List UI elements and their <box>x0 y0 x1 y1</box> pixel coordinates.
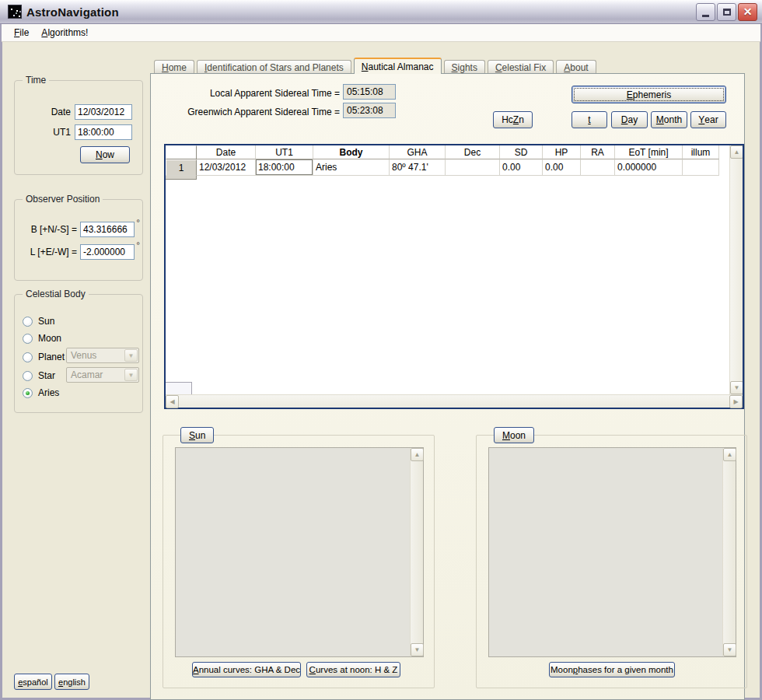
grid-col-dec: Dec <box>446 145 500 159</box>
table-row: 1 12/03/2012 18:00:00 Aries 80º 47.1' 0.… <box>166 159 729 176</box>
nautical-almanac-page: Local Apparent Sidereal Time = 05:15:08 … <box>150 73 745 700</box>
maximize-icon <box>723 9 731 16</box>
ephemeris-button[interactable]: Ephemeris <box>572 86 726 103</box>
radio-sun[interactable]: Sun <box>23 315 54 327</box>
latitude-label: B [+N/-S] = <box>15 224 77 235</box>
date-label: Date <box>15 107 71 117</box>
scroll-right-icon: ▶ <box>733 399 738 405</box>
month-button[interactable]: Month <box>651 111 687 128</box>
ephemeris-grid: Date UT1 Body GHA Dec SD HP RA EoT [min]… <box>164 144 744 409</box>
date-input[interactable] <box>75 104 132 120</box>
celestial-body-caption: Celestial Body <box>23 289 89 299</box>
grid-empty-area <box>166 180 729 394</box>
tab-celestial-fix[interactable]: Celestial Fix <box>488 60 554 74</box>
radio-star[interactable]: Star <box>23 369 55 382</box>
scroll-up-button[interactable]: ▲ <box>411 448 424 461</box>
radio-moon[interactable]: Moon <box>23 332 61 345</box>
cell-dec[interactable] <box>446 159 500 176</box>
scroll-up-button[interactable]: ▲ <box>723 448 736 461</box>
radio-planet[interactable]: Planet <box>23 351 65 363</box>
latitude-input[interactable] <box>80 222 135 237</box>
cell-gha[interactable]: 80º 47.1' <box>390 159 446 176</box>
scroll-down-icon: ▼ <box>734 385 740 391</box>
gast-field: 05:23:08 <box>343 103 396 118</box>
scroll-down-button[interactable]: ▼ <box>723 643 736 656</box>
grid-vertical-scrollbar[interactable]: ▲ ▼ <box>729 145 743 394</box>
radio-aries-circle <box>23 388 33 398</box>
t-button[interactable]: t <box>572 111 607 128</box>
grid-col-gha: GHA <box>390 145 446 159</box>
planet-select-value: Venus <box>71 350 96 361</box>
hc-zn-button[interactable]: Hc Zn <box>493 111 533 128</box>
scroll-track[interactable] <box>179 395 729 408</box>
ut1-label: UT1 <box>15 127 71 138</box>
time-caption: Time <box>23 75 49 86</box>
grid-horizontal-scrollbar[interactable]: ◀ ▶ <box>166 394 743 408</box>
minimize-icon <box>702 15 709 17</box>
close-icon: ✕ <box>743 6 753 17</box>
scroll-right-button[interactable]: ▶ <box>729 395 743 408</box>
tabstrip: Home Identification of Stars and Planets… <box>154 58 596 74</box>
lst-field: 05:15:08 <box>343 84 396 100</box>
tab-identification[interactable]: Identification of Stars and Planets <box>197 60 351 74</box>
scroll-down-button[interactable]: ▼ <box>411 643 424 656</box>
celestial-body-groupbox: Celestial Body Sun Moon Planet Venus ▼ S… <box>14 294 143 413</box>
sun-memo-scrollbar[interactable]: ▲ ▼ <box>410 448 423 656</box>
moon-memo-scrollbar[interactable]: ▲ ▼ <box>722 448 736 656</box>
ut1-input[interactable] <box>75 124 132 140</box>
chevron-down-icon: ▼ <box>124 349 138 362</box>
tab-nautical-almanac[interactable]: Nautical Almanac <box>354 58 442 74</box>
tab-about[interactable]: About <box>556 60 596 74</box>
scroll-left-button[interactable]: ◀ <box>166 395 179 408</box>
annual-curves-button[interactable]: Annual curves: GHA & Dec <box>192 662 301 677</box>
scroll-down-icon: ▼ <box>727 647 733 653</box>
menu-file[interactable]: File <box>8 25 35 40</box>
cell-ra[interactable] <box>581 159 615 176</box>
english-button[interactable]: english <box>54 674 89 690</box>
cell-hp[interactable]: 0.00 <box>543 159 581 176</box>
longitude-label: L [+E/-W] = <box>15 247 77 257</box>
now-button[interactable]: Now <box>80 146 130 163</box>
scroll-up-button[interactable]: ▲ <box>730 145 743 159</box>
menubar: File Algorithms! <box>2 24 760 42</box>
grid-col-ra: RA <box>581 145 615 159</box>
longitude-input[interactable] <box>80 244 135 260</box>
scroll-down-button[interactable]: ▼ <box>730 381 743 394</box>
moon-phases-button[interactable]: Moon phases for a given month <box>549 662 675 677</box>
day-button[interactable]: Day <box>611 111 648 128</box>
cell-eot[interactable]: 0.000000 <box>615 159 683 176</box>
grid-bottom-left-cell <box>166 382 192 394</box>
sun-memo[interactable]: ▲ ▼ <box>175 447 424 657</box>
planet-select[interactable]: Venus ▼ <box>66 348 139 363</box>
tab-sights[interactable]: Sights <box>444 60 485 74</box>
noon-curves-button[interactable]: Curves at noon: H & Z <box>306 662 400 677</box>
scroll-up-icon: ▲ <box>414 452 421 458</box>
cell-sd[interactable]: 0.00 <box>500 159 543 176</box>
minimize-button[interactable] <box>696 3 715 21</box>
radio-aries[interactable]: Aries <box>23 387 59 399</box>
grid-header-row: Date UT1 Body GHA Dec SD HP RA EoT [min]… <box>166 145 729 159</box>
menu-algorithms[interactable]: Algorithms! <box>35 25 94 40</box>
radio-planet-label: Planet <box>38 352 65 362</box>
spanish-button[interactable]: español <box>14 674 52 690</box>
close-button[interactable]: ✕ <box>738 3 757 21</box>
titlebar[interactable]: AstroNavigation ✕ <box>0 0 762 24</box>
radio-sun-label: Sun <box>38 316 54 327</box>
moon-memo[interactable]: ▲ ▼ <box>488 447 736 657</box>
cell-date[interactable]: 12/03/2012 <box>197 159 256 176</box>
maximize-button[interactable] <box>717 3 736 21</box>
app-window: AstroNavigation ✕ File Algorithms! Time … <box>0 0 762 700</box>
star-select[interactable]: Acamar ▼ <box>66 367 139 383</box>
moon-button[interactable]: Moon <box>494 427 534 443</box>
cell-body[interactable]: Aries <box>313 159 390 176</box>
chevron-down-icon: ▼ <box>124 369 138 381</box>
scroll-up-icon: ▲ <box>727 452 733 458</box>
cell-illum[interactable] <box>683 159 719 176</box>
app-icon <box>8 5 22 19</box>
cell-ut1-selected[interactable]: 18:00:00 <box>256 159 313 176</box>
year-button[interactable]: Year <box>690 111 726 128</box>
tab-home[interactable]: Home <box>154 60 194 74</box>
star-select-value: Acamar <box>71 369 103 380</box>
sun-button[interactable]: Sun <box>180 427 214 443</box>
grid-col-illum: illum <box>683 145 719 159</box>
